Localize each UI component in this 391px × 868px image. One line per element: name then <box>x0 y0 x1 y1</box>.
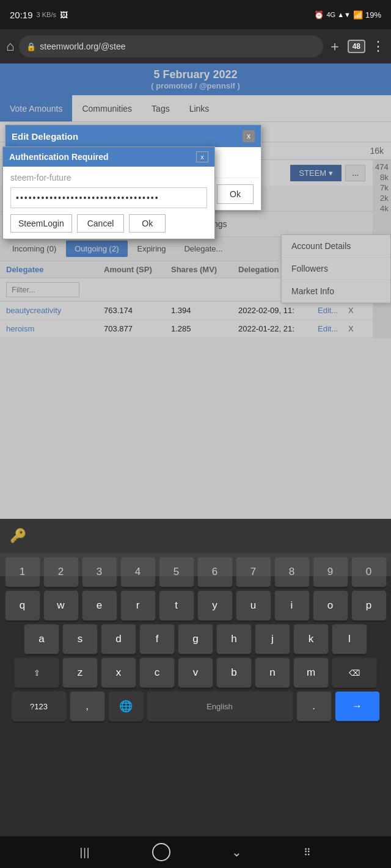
globe-key[interactable]: 🌐 <box>108 691 144 722</box>
url-text: steemworld.org/@stee <box>40 42 125 51</box>
key-p[interactable]: p <box>351 590 387 621</box>
key-u[interactable]: u <box>236 590 271 621</box>
key-m[interactable]: m <box>293 657 329 688</box>
key-e[interactable]: e <box>82 590 117 621</box>
key-c[interactable]: c <box>139 657 175 688</box>
new-tab-icon[interactable]: ＋ <box>328 37 342 56</box>
key-q[interactable]: q <box>5 590 40 621</box>
key-j[interactable]: j <box>255 624 290 654</box>
keyboard-rows: 1 2 3 4 5 6 7 8 9 0 q w e r t y u i o p … <box>0 553 391 728</box>
auth-close-btn[interactable]: x <box>196 151 208 162</box>
system-nav-bar: ||| ⌄ ⠿ <box>0 836 391 868</box>
edit-delegation-close-btn[interactable]: x <box>243 130 255 142</box>
home-icon[interactable]: ⌂ <box>6 38 14 54</box>
image-icon: 🖼 <box>60 10 68 20</box>
status-bar: 20:19 3 KB/s 🖼 ⏰ 4G ▲▼ 📶 19% <box>0 0 391 29</box>
key-z[interactable]: z <box>62 657 98 688</box>
url-bar[interactable]: 🔒 steemworld.org/@stee <box>19 35 323 57</box>
keyboard-bottom-row: ?123 , 🌐 English . → <box>2 691 389 722</box>
keyboard-qwerty-row: q w e r t y u i o p <box>2 590 389 621</box>
spacebar-key[interactable]: English <box>147 691 293 722</box>
key-w[interactable]: w <box>43 590 79 621</box>
edit-delegation-ok-btn[interactable]: Ok <box>217 184 254 204</box>
signal-icon: 4G ▲▼ <box>326 11 351 18</box>
key-n[interactable]: n <box>255 657 290 688</box>
browser-bar: ⌂ 🔒 steemworld.org/@stee ＋ 48 ⋮ <box>0 29 391 63</box>
key-s[interactable]: s <box>62 624 98 654</box>
key-f[interactable]: f <box>139 624 175 654</box>
key-l[interactable]: l <box>332 624 367 654</box>
keyboard-asdf-row: a s d f g h j k l <box>2 624 389 654</box>
enter-key[interactable]: → <box>335 691 380 722</box>
time: 20:19 <box>10 10 33 20</box>
auth-cancel-btn[interactable]: Cancel <box>77 214 125 233</box>
key-b[interactable]: b <box>216 657 252 688</box>
auth-body: steem-for-future SteemLogin Cancel Ok <box>3 167 214 239</box>
key-y[interactable]: y <box>197 590 233 621</box>
wifi-icon: 📶 <box>353 10 363 20</box>
key-k[interactable]: k <box>293 624 329 654</box>
alarm-icon: ⏰ <box>314 10 324 20</box>
auth-title: Authentication Required <box>9 152 109 162</box>
auth-account-name: steem-for-future <box>10 173 207 183</box>
key-x[interactable]: x <box>101 657 136 688</box>
nav-home-btn[interactable] <box>152 843 170 861</box>
auth-dialog: Authentication Required x steem-for-futu… <box>2 146 215 239</box>
auth-password-input[interactable] <box>10 187 207 208</box>
status-left: 20:19 3 KB/s 🖼 <box>10 10 68 20</box>
tab-count[interactable]: 48 <box>348 40 365 53</box>
key-h[interactable]: h <box>216 624 252 654</box>
edit-delegation-title-bar: Edit Delegation x <box>5 125 261 147</box>
key-o[interactable]: o <box>313 590 348 621</box>
symbols-key[interactable]: ?123 <box>12 691 67 722</box>
status-right: ⏰ 4G ▲▼ 📶 19% <box>314 10 381 20</box>
nav-back-btn[interactable]: ||| <box>79 846 90 859</box>
key-t[interactable]: t <box>159 590 194 621</box>
page-background: 5 February 2022 ( promoted / @pennsif ) … <box>0 63 391 576</box>
nav-recents-btn[interactable]: ⌄ <box>232 845 242 859</box>
battery-icon: 19% <box>365 10 381 20</box>
backspace-key[interactable]: ⌫ <box>332 657 377 688</box>
key-d[interactable]: d <box>101 624 136 654</box>
kb-indicator: 3 KB/s <box>37 11 56 18</box>
browser-menu-icon[interactable]: ⋮ <box>371 38 385 54</box>
key-i[interactable]: i <box>274 590 310 621</box>
auth-ok-btn[interactable]: Ok <box>129 214 166 233</box>
period-key[interactable]: . <box>296 691 332 722</box>
steemlogin-btn[interactable]: SteemLogin <box>10 214 72 233</box>
key-v[interactable]: v <box>178 657 213 688</box>
nav-grid-btn[interactable]: ⠿ <box>304 847 311 858</box>
keyboard-zxcv-row: ⇧ z x c v b n m ⌫ <box>2 657 389 688</box>
auth-title-bar: Authentication Required x <box>3 147 214 167</box>
key-a[interactable]: a <box>24 624 59 654</box>
shift-key[interactable]: ⇧ <box>14 657 59 688</box>
browser-actions: ＋ 48 ⋮ <box>328 37 385 56</box>
lock-icon: 🔒 <box>26 42 36 51</box>
comma-key[interactable]: , <box>70 691 105 722</box>
key-r[interactable]: r <box>120 590 156 621</box>
auth-buttons: SteemLogin Cancel Ok <box>10 214 207 233</box>
edit-delegation-title: Edit Delegation <box>12 131 78 142</box>
key-g[interactable]: g <box>178 624 213 654</box>
